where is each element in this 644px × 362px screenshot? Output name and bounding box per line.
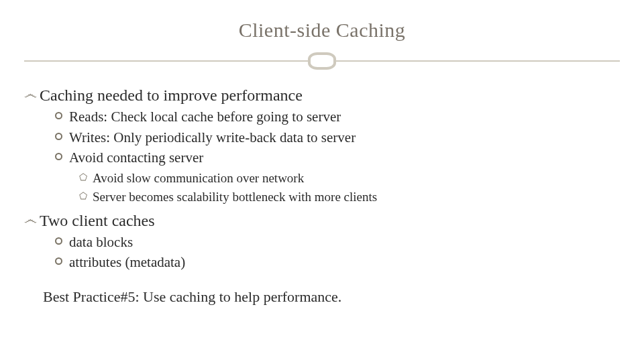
- bullet-level2: Writes: Only periodically write-back dat…: [55, 128, 620, 147]
- swirl-icon: ෴: [24, 210, 37, 229]
- bullet-level3: ⬠ Avoid slow communication over network: [79, 170, 620, 187]
- slide: Client-side Caching ෴ Caching needed to …: [0, 0, 644, 362]
- divider-ring-icon: [308, 52, 336, 70]
- slide-body: ෴ Caching needed to improve performance …: [24, 84, 620, 306]
- bullet-text: Server becomes scalability bottleneck wi…: [93, 188, 377, 206]
- circle-icon: [55, 237, 62, 245]
- bullet-level3: ⬠ Server becomes scalability bottleneck …: [79, 188, 620, 206]
- sub-sublist: ⬠ Avoid slow communication over network …: [79, 170, 620, 205]
- swirl-icon: ෴: [24, 84, 37, 103]
- bullet-text: Two client caches: [40, 210, 155, 231]
- bullet-text: Writes: Only periodically write-back dat…: [69, 128, 356, 147]
- sublist: data blocks attributes (metadata): [55, 233, 620, 272]
- pentagon-icon: ⬠: [79, 188, 87, 204]
- circle-icon: [55, 153, 62, 160]
- bullet-text: Caching needed to improve performance: [40, 84, 303, 106]
- bullet-level1: ෴ Caching needed to improve performance: [24, 84, 620, 106]
- circle-icon: [55, 257, 62, 265]
- circle-icon: [55, 133, 62, 140]
- bullet-text: data blocks: [69, 233, 133, 251]
- circle-icon: [55, 112, 62, 119]
- pentagon-icon: ⬠: [79, 170, 87, 186]
- bullet-level2: attributes (metadata): [55, 253, 620, 272]
- bullet-text: Avoid slow communication over network: [93, 170, 304, 187]
- title-divider: [24, 48, 620, 75]
- bullet-text: attributes (metadata): [69, 253, 185, 272]
- best-practice-note: Best Practice#5: Use caching to help per…: [43, 287, 620, 307]
- bullet-level2: data blocks: [55, 233, 620, 251]
- bullet-text: Reads: Check local cache before going to…: [69, 107, 341, 126]
- slide-title: Client-side Caching: [24, 19, 620, 42]
- bullet-level2: Reads: Check local cache before going to…: [55, 107, 620, 126]
- bullet-level2: Avoid contacting server: [55, 148, 620, 167]
- bullet-text: Avoid contacting server: [69, 148, 203, 167]
- bullet-level1: ෴ Two client caches: [24, 210, 620, 231]
- sublist: Reads: Check local cache before going to…: [55, 107, 620, 205]
